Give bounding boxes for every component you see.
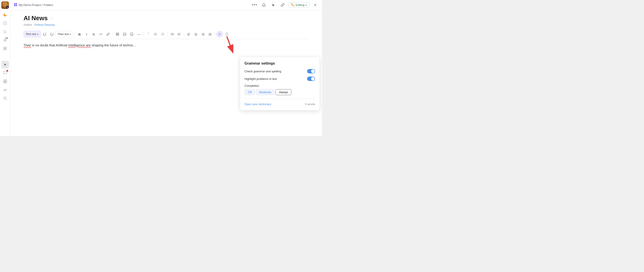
svg-point-32 bbox=[226, 35, 227, 35]
notifications-badge: 38 bbox=[5, 37, 8, 39]
bullet-list-button[interactable] bbox=[152, 31, 159, 37]
numbered-list-button[interactable]: 1. 2. 3. bbox=[159, 31, 166, 37]
rich-text-label: Rich text bbox=[26, 33, 36, 36]
rich-text-dropdown[interactable]: Rich text ▾ bbox=[24, 31, 41, 37]
help-toolbar-button[interactable] bbox=[224, 31, 230, 37]
grammar-divider bbox=[244, 99, 315, 99]
completion-off-button[interactable]: Off bbox=[244, 89, 255, 95]
grammar-panel-title: Grammar settings bbox=[244, 61, 315, 65]
editing-dropdown-icon: ▾ bbox=[306, 4, 307, 6]
indent-button[interactable] bbox=[176, 31, 182, 37]
check-grammar-row: Check grammar and spelling bbox=[244, 69, 315, 73]
table-button[interactable] bbox=[114, 31, 121, 37]
grid-widget-icon[interactable] bbox=[1, 78, 9, 85]
undo-button[interactable] bbox=[41, 31, 48, 37]
code-button[interactable]: <> bbox=[98, 31, 104, 37]
svg-text:3.: 3. bbox=[161, 35, 162, 35]
search-icon[interactable] bbox=[1, 28, 9, 35]
align-center-button[interactable] bbox=[192, 31, 199, 37]
italic-icon: I bbox=[86, 32, 87, 36]
svg-point-12 bbox=[4, 97, 5, 98]
svg-point-24 bbox=[154, 33, 154, 33]
editor-body[interactable]: Their is no doubt that Artificial Intell… bbox=[24, 43, 309, 48]
svg-rect-6 bbox=[4, 49, 5, 50]
svg-rect-16 bbox=[16, 5, 17, 6]
left-sidebar: M ? 38 bbox=[0, 0, 10, 136]
quote-button[interactable]: " bbox=[145, 31, 152, 37]
link-toolbar-button[interactable] bbox=[104, 31, 111, 37]
svg-point-22 bbox=[131, 34, 131, 34]
notifications-icon[interactable]: 38 bbox=[1, 36, 9, 44]
author-label: Author bbox=[24, 23, 32, 26]
completion-section: Completion Off Moderate Always bbox=[244, 84, 315, 95]
author-name[interactable]: Andrea Delacey bbox=[34, 23, 55, 26]
lightning-button[interactable] bbox=[270, 2, 276, 8]
doc-title-row: AI News ☆ bbox=[24, 15, 309, 22]
svg-point-20 bbox=[124, 33, 124, 34]
grammar-panel: Grammar settings Check grammar and spell… bbox=[240, 57, 320, 110]
align-right-button[interactable] bbox=[200, 31, 206, 37]
close-button[interactable]: ✕ bbox=[312, 2, 318, 8]
dict-link[interactable]: Open your dictionary bbox=[244, 102, 271, 106]
hr-button[interactable]: — bbox=[136, 31, 142, 37]
plain-text-dropdown[interactable]: Plain text ▾ bbox=[56, 31, 73, 37]
svg-point-23 bbox=[132, 34, 132, 34]
redo-button[interactable] bbox=[48, 31, 55, 37]
error-phrase-intelligence-are: Intelligence are bbox=[68, 43, 91, 47]
chat-icon[interactable] bbox=[1, 69, 9, 77]
svg-rect-5 bbox=[5, 47, 6, 48]
app-container: M ? 38 bbox=[0, 0, 322, 136]
bold-icon: B bbox=[78, 32, 81, 36]
theme-icon[interactable] bbox=[1, 11, 9, 19]
link-button[interactable] bbox=[279, 2, 286, 8]
plain-text-label: Plain text bbox=[58, 33, 69, 36]
svg-rect-13 bbox=[14, 3, 15, 4]
top-bar-actions: ••• ✏️ bbox=[251, 2, 318, 8]
emoji-button[interactable] bbox=[128, 31, 135, 37]
bell-button[interactable] bbox=[260, 2, 267, 8]
svg-rect-9 bbox=[5, 80, 7, 81]
svg-rect-18 bbox=[116, 33, 119, 35]
image-button[interactable] bbox=[121, 31, 128, 37]
body-text-middle: is no doubt that Artificial bbox=[32, 43, 68, 47]
svg-point-31 bbox=[225, 33, 228, 35]
dict-row: Open your dictionary 0 words bbox=[244, 102, 315, 106]
strikethrough-button[interactable]: S bbox=[90, 31, 97, 37]
outdent-button[interactable] bbox=[169, 31, 176, 37]
team-icon[interactable] bbox=[1, 94, 9, 102]
more-button[interactable]: ••• bbox=[251, 2, 258, 8]
announce-icon[interactable] bbox=[1, 86, 9, 94]
help-icon[interactable]: ? bbox=[1, 19, 9, 27]
breadcrumb-text: My-Demo-Project / Folders bbox=[19, 3, 53, 7]
star-icon[interactable]: ☆ bbox=[50, 16, 54, 21]
grammar-button[interactable] bbox=[216, 31, 223, 37]
doc-title: AI News bbox=[24, 15, 48, 22]
highlight-label: Highlight problems in text bbox=[244, 77, 277, 80]
svg-rect-4 bbox=[4, 47, 5, 48]
check-grammar-toggle[interactable] bbox=[307, 69, 315, 73]
avatar[interactable]: M bbox=[1, 1, 9, 9]
align-justify-button[interactable] bbox=[207, 31, 214, 37]
breadcrumb-icon bbox=[14, 3, 17, 7]
doc-area: AI News ☆ Author Andrea Delacey Rich tex… bbox=[10, 10, 322, 136]
add-icon[interactable] bbox=[1, 45, 9, 52]
completion-moderate-button[interactable]: Moderate bbox=[256, 89, 275, 95]
editing-button[interactable]: ✏️ Editing ▾ bbox=[288, 2, 309, 8]
completion-always-button[interactable]: Always bbox=[276, 89, 291, 95]
rich-text-dropdown-icon: ▾ bbox=[37, 33, 38, 35]
svg-point-26 bbox=[154, 35, 154, 35]
code-icon: <> bbox=[99, 33, 102, 36]
error-word-their: Their bbox=[24, 43, 31, 47]
highlight-toggle[interactable] bbox=[307, 76, 315, 81]
top-bar: My-Demo-Project / Folders ••• bbox=[10, 0, 322, 10]
align-left-button[interactable] bbox=[186, 31, 192, 37]
svg-marker-7 bbox=[4, 63, 6, 65]
italic-button[interactable]: I bbox=[83, 31, 90, 37]
bold-button[interactable]: B bbox=[76, 31, 83, 37]
strikethrough-icon: S bbox=[92, 32, 95, 36]
svg-point-25 bbox=[154, 34, 154, 34]
toolbar: Rich text ▾ Plain text bbox=[24, 29, 309, 39]
play-icon[interactable] bbox=[1, 61, 9, 68]
svg-rect-14 bbox=[16, 3, 17, 4]
main-content: My-Demo-Project / Folders ••• bbox=[10, 0, 322, 136]
